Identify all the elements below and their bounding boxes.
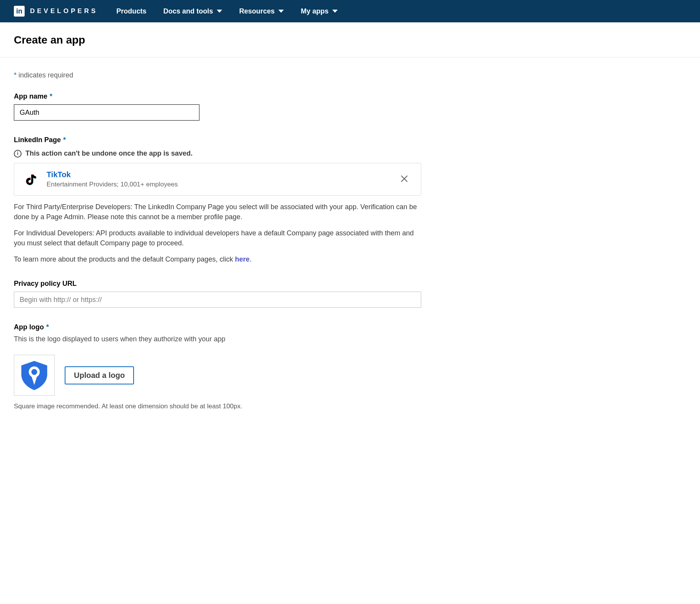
app-name-label: App name *: [14, 92, 421, 101]
required-note: * indicates required: [14, 71, 421, 79]
section-app-name: App name *: [14, 92, 421, 121]
nav-item-label: Resources: [239, 7, 275, 15]
label-text: App name: [14, 92, 47, 101]
create-app-form: * indicates required App name * LinkedIn…: [0, 57, 435, 441]
app-logo-label: App logo *: [14, 323, 421, 331]
company-subtitle: Entertainment Providers; 10,001+ employe…: [47, 181, 389, 188]
nav-item-resources[interactable]: Resources: [239, 7, 284, 15]
privacy-url-label: Privacy policy URL: [14, 280, 421, 288]
help-text-1: For Third Party/Enterprise Developers: T…: [14, 202, 421, 222]
label-text: Privacy policy URL: [14, 280, 77, 288]
shield-badge-icon: [18, 359, 50, 391]
required-star-icon: *: [63, 136, 66, 144]
company-main: TikTok Entertainment Providers; 10,001+ …: [47, 170, 389, 188]
linkedin-logo-icon: in: [14, 6, 25, 17]
help-text-3: To learn more about the products and the…: [14, 254, 421, 264]
chevron-down-icon: [332, 10, 338, 13]
logo-row: Upload a logo: [14, 355, 421, 396]
remove-company-button[interactable]: [397, 173, 412, 186]
brand[interactable]: in DEVELOPERS: [14, 6, 98, 17]
tiktok-logo-icon: [23, 172, 38, 187]
learn-more-link[interactable]: here: [235, 255, 250, 263]
top-nav: in DEVELOPERS Products Docs and tools Re…: [0, 0, 700, 22]
help3-suffix: .: [250, 255, 251, 263]
required-star-icon: *: [50, 92, 52, 101]
section-privacy-url: Privacy policy URL: [14, 280, 421, 308]
required-note-text: indicates required: [17, 71, 73, 79]
nav-item-label: Products: [116, 7, 146, 15]
required-star-icon: *: [14, 71, 17, 79]
chevron-down-icon: [278, 10, 284, 13]
linkedin-page-warning: i This action can't be undone once the a…: [14, 149, 421, 158]
label-text: App logo: [14, 323, 44, 331]
help3-prefix: To learn more about the products and the…: [14, 255, 235, 263]
selected-company-card: TikTok Entertainment Providers; 10,001+ …: [14, 163, 421, 196]
logo-preview: [14, 355, 55, 396]
info-icon: i: [14, 150, 22, 158]
section-app-logo: App logo * This is the logo displayed to…: [14, 323, 421, 410]
company-name-link[interactable]: TikTok: [47, 170, 389, 179]
privacy-url-input[interactable]: [14, 292, 421, 308]
upload-logo-button[interactable]: Upload a logo: [65, 366, 134, 384]
logo-note: Square image recommended. At least one d…: [14, 403, 421, 410]
help-text-2: For Individual Developers: API products …: [14, 228, 421, 248]
app-name-input[interactable]: [14, 104, 199, 121]
chevron-down-icon: [217, 10, 222, 13]
required-star-icon: *: [46, 323, 49, 331]
page-head: Create an app: [0, 22, 700, 57]
linkedin-page-label: LinkedIn Page *: [14, 136, 421, 144]
nav-item-docs-and-tools[interactable]: Docs and tools: [163, 7, 222, 15]
label-text: LinkedIn Page: [14, 136, 61, 144]
page-title: Create an app: [14, 34, 686, 46]
svg-point-1: [31, 369, 37, 375]
nav-item-products[interactable]: Products: [116, 7, 146, 15]
brand-word: DEVELOPERS: [30, 7, 98, 15]
nav-item-my-apps[interactable]: My apps: [301, 7, 338, 15]
section-linkedin-page: LinkedIn Page * i This action can't be u…: [14, 136, 421, 264]
nav-item-label: Docs and tools: [163, 7, 213, 15]
close-icon: [400, 174, 409, 183]
app-logo-sub: This is the logo displayed to users when…: [14, 335, 421, 343]
warning-text: This action can't be undone once the app…: [25, 149, 193, 158]
nav-item-label: My apps: [301, 7, 328, 15]
nav-items: Products Docs and tools Resources My app…: [116, 7, 338, 15]
